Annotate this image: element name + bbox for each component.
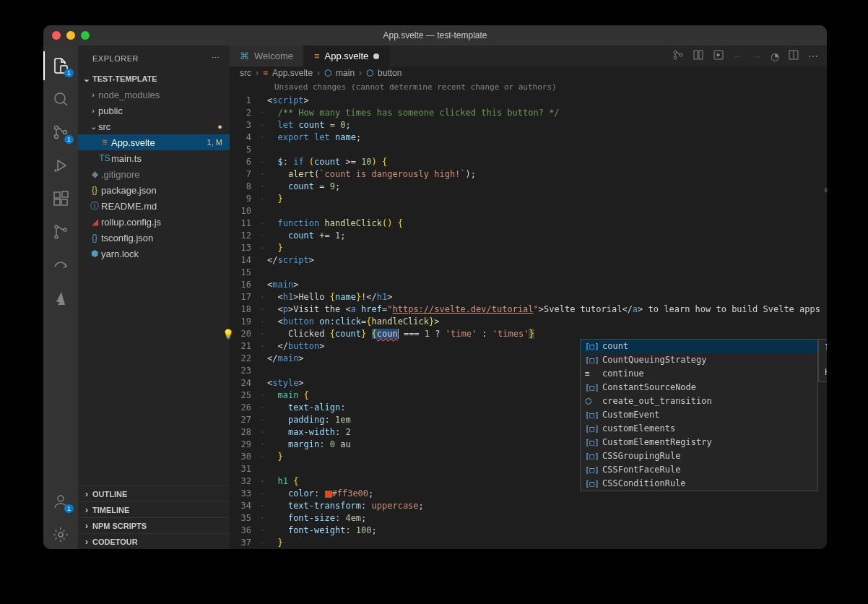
close-window-button[interactable] [52, 31, 61, 40]
svg-point-2 [55, 126, 58, 130]
folder-public[interactable]: ›public [78, 103, 230, 118]
code-line[interactable]: 9· } [230, 193, 827, 205]
code-line[interactable]: 17· <h1>Hello {name}!</h1> [230, 291, 827, 303]
code-line[interactable]: 19· <button on:click={handleClick}> [230, 316, 827, 328]
tab-bar: ⌘Welcome≡App.svelte ← → ◔ ⋯ [230, 46, 827, 66]
svg-point-1 [55, 93, 65, 103]
code-line[interactable]: 36· font-weight: 100; [230, 525, 827, 537]
file-tsconfig.json[interactable]: {}tsconfig.json [78, 230, 230, 246]
file-rollup.config.js[interactable]: ◢rollup.config.js [78, 214, 230, 230]
run-debug-icon[interactable] [43, 151, 78, 180]
suggest-item[interactable]: [□]CountQueuingStrategy [581, 353, 817, 367]
code-line[interactable]: 8· count = 9; [230, 181, 827, 193]
suggest-item[interactable]: [□]CSSConditionRule [581, 477, 817, 491]
minimize-window-button[interactable] [66, 31, 75, 40]
codelens-icon[interactable]: ◔ [771, 51, 779, 62]
live-share-icon[interactable] [43, 251, 78, 280]
suggest-item[interactable]: [□]customElements [581, 422, 817, 436]
code-line[interactable]: 2· /** How many times has someone clicke… [230, 107, 827, 119]
suggest-item[interactable]: ≡continue [581, 367, 817, 381]
accounts-icon[interactable]: 1 [43, 487, 78, 516]
code-line[interactable]: 7· alert(`count is dangerously high!`); [230, 168, 827, 181]
code-line[interactable]: 3· let count = 0; [230, 119, 827, 131]
vscode-window: App.svelte — test-template 1 1 1 EXPLORE… [43, 25, 827, 549]
window-controls [43, 31, 90, 40]
svg-rect-19 [699, 51, 703, 59]
code-line[interactable]: 4· export let name; [230, 131, 827, 144]
section-npm scripts[interactable]: ›NPM SCRIPTS [78, 517, 230, 533]
breadcrumb-button[interactable]: button [378, 68, 402, 78]
suggest-item[interactable]: ⬡create_out_transition [581, 394, 817, 408]
scm-badge: 1 [64, 135, 74, 144]
file-package.json[interactable]: {}package.json [78, 182, 230, 198]
section-codetour[interactable]: ›CODETOUR [78, 533, 230, 549]
code-line[interactable]: 35· font-size: 4em; [230, 512, 827, 525]
file-.gitignore[interactable]: ◆.gitignore [78, 166, 230, 182]
breadcrumb-main[interactable]: main [336, 68, 355, 78]
split-editor-icon[interactable] [788, 49, 799, 63]
file-App.svelte[interactable]: ≡App.svelte1, M [78, 134, 230, 150]
svg-point-17 [680, 53, 682, 56]
settings-gear-icon[interactable] [43, 520, 78, 549]
code-line[interactable]: 6· $: if (count >= 10) { [230, 156, 827, 168]
svg-point-4 [64, 131, 67, 134]
explorer-icon[interactable]: 1 [43, 51, 78, 80]
titlebar[interactable]: App.svelte — test-template [43, 25, 827, 46]
folder-node_modules[interactable]: ›node_modules [78, 87, 230, 103]
folder-src[interactable]: ⌄src● [78, 118, 230, 134]
breadcrumb-src[interactable]: src [240, 68, 251, 78]
lightbulb-icon[interactable]: 💡 [222, 328, 234, 340]
project-header[interactable]: ⌄TEST-TEMPLATE [78, 71, 230, 87]
suggest-item[interactable]: [□]CSSGroupingRule [581, 449, 817, 463]
code-editor[interactable]: Unsaved changes (cannot determine recent… [230, 79, 827, 549]
maximize-window-button[interactable] [81, 31, 90, 40]
sidebar-header: EXPLORER ⋯ [78, 46, 230, 71]
svg-point-13 [58, 496, 64, 501]
azure-icon[interactable] [43, 284, 78, 313]
code-line[interactable]: 16<main> [230, 279, 827, 291]
code-line[interactable]: 11· function handleClick() { [230, 217, 827, 230]
svg-rect-9 [62, 191, 68, 197]
activity-bar: 1 1 1 [43, 46, 78, 549]
file-main.ts[interactable]: TSmain.ts [78, 150, 230, 166]
suggest-widget[interactable]: [□]count[□]CountQueuingStrategy≡continue… [580, 339, 818, 491]
suggest-item[interactable]: [□]CustomElementRegistry [581, 436, 817, 449]
extensions-icon[interactable] [43, 184, 78, 213]
code-line[interactable]: 1<script> [230, 95, 827, 107]
tab-app.svelte[interactable]: ≡App.svelte [304, 46, 390, 66]
suggest-doc: × let count: number How many times has s… [818, 339, 827, 382]
suggest-item[interactable]: [□]CSSFontFaceRule [581, 463, 817, 477]
svg-point-15 [674, 51, 677, 53]
nav-forward-icon[interactable]: → [752, 51, 762, 62]
code-line[interactable]: 12· count += 1; [230, 230, 827, 242]
breadcrumb[interactable]: src› ≡App.svelte› ⬡main› ⬡button [230, 66, 827, 79]
section-outline[interactable]: ›OUTLINE [78, 486, 230, 501]
code-line[interactable]: 13· } [230, 242, 827, 254]
code-line[interactable]: 14</script> [230, 254, 827, 267]
suggest-item[interactable]: [□]count [581, 340, 817, 353]
breadcrumb-file[interactable]: App.svelte [272, 68, 313, 78]
tab-welcome[interactable]: ⌘Welcome [230, 46, 304, 66]
open-changes-icon[interactable] [693, 49, 704, 63]
search-icon[interactable] [43, 85, 78, 113]
code-line[interactable]: 34· text-transform: uppercase; [230, 500, 827, 512]
file-README.md[interactable]: ⓘREADME.md [78, 198, 230, 214]
suggest-item[interactable]: [□]CustomEvent [581, 408, 817, 422]
suggest-item[interactable]: [□]ConstantSourceNode [581, 381, 817, 394]
git-graph-icon[interactable] [43, 217, 78, 246]
svg-point-11 [55, 236, 58, 238]
minimap[interactable] [820, 79, 827, 549]
more-actions-icon[interactable]: ⋯ [808, 51, 818, 62]
nav-back-icon[interactable]: ← [733, 51, 743, 62]
code-line[interactable]: 37· } [230, 537, 827, 549]
open-preview-icon[interactable] [713, 49, 724, 63]
source-control-icon[interactable]: 1 [43, 118, 78, 147]
code-line[interactable]: 5 [230, 144, 827, 156]
section-timeline[interactable]: ›TIMELINE [78, 501, 230, 517]
file-yarn.lock[interactable]: ⬢yarn.lock [78, 246, 230, 262]
code-line[interactable]: 18· <p>Visit the <a href="https://svelte… [230, 303, 827, 316]
sidebar-more-icon[interactable]: ⋯ [212, 53, 220, 63]
code-line[interactable]: 10 [230, 205, 827, 217]
compare-icon[interactable] [672, 49, 684, 63]
code-line[interactable]: 15 [230, 267, 827, 279]
